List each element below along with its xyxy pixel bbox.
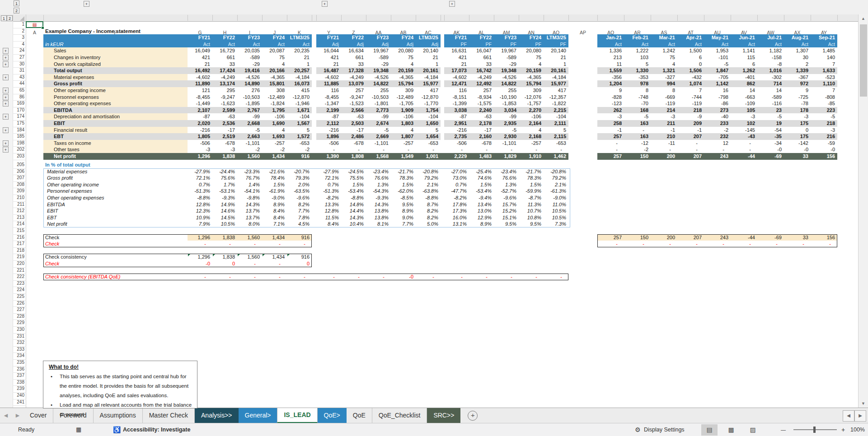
tab-scroll-right-icon[interactable]: ▶ — [854, 410, 866, 422]
grid-cell[interactable]: 11.3% — [519, 201, 544, 208]
zoom-slider-thumb[interactable] — [813, 427, 816, 433]
grid-cell[interactable]: - — [469, 274, 494, 280]
grid-cell[interactable]: -23.3% — [237, 168, 262, 175]
grid-cell[interactable]: 218 — [811, 120, 837, 127]
grid-cell[interactable]: 12,471 — [444, 80, 469, 87]
row-header-43[interactable]: 43 — [13, 74, 26, 81]
grid-cell[interactable]: -3 — [597, 113, 624, 120]
grid-cell[interactable]: -8,455 — [316, 94, 341, 101]
grid-cell[interactable]: 140 — [811, 54, 837, 61]
grid-cell[interactable]: 8.9% — [469, 221, 494, 227]
macro-record-icon[interactable]: ▦ — [76, 423, 81, 436]
fill-handle[interactable] — [41, 26, 44, 29]
grid-cell[interactable]: 12.8% — [188, 201, 212, 208]
grid-cell[interactable]: 10.4% — [341, 221, 366, 227]
row-outline-level-1-button[interactable]: 1 — [1, 15, 7, 21]
grid-cell[interactable]: -21.7% — [519, 168, 544, 175]
grid-cell[interactable]: 15,977 — [544, 80, 568, 87]
grid-cell[interactable]: -106 — [391, 113, 416, 120]
row-label[interactable]: Depreciation and amortisation — [54, 113, 188, 120]
grid-cell[interactable]: -106 — [519, 113, 544, 120]
new-sheet-button[interactable]: + — [468, 411, 478, 421]
row-header-240[interactable]: 240 — [13, 392, 26, 399]
grid-cell[interactable]: 16,634 — [341, 47, 366, 54]
grid-cell[interactable]: -21.7% — [391, 168, 416, 175]
grid-cell[interactable]: -506 — [316, 140, 341, 147]
grid-cell[interactable]: 14.5% — [212, 214, 237, 221]
grid-cell[interactable]: -4,526 — [494, 74, 519, 81]
row-header-214[interactable]: 214 — [13, 221, 26, 228]
grid-cell[interactable]: 661 — [341, 54, 366, 61]
grid-cell[interactable]: -29 — [237, 61, 262, 68]
grid-cell[interactable]: -2 — [624, 146, 651, 153]
grid-cell[interactable]: -1,523 — [341, 100, 366, 107]
grid-cell[interactable]: - — [416, 274, 441, 280]
outline-level-1-button[interactable]: 1 — [14, 0, 19, 6]
row-header-238[interactable]: 238 — [13, 379, 26, 386]
grid-cell[interactable]: 1,671 — [287, 107, 312, 114]
grid-cell[interactable]: 76.6% — [494, 175, 519, 181]
grid-cell[interactable]: 17.3% — [444, 208, 469, 214]
grid-cell[interactable]: 15.7% — [494, 201, 519, 208]
grid-cell[interactable]: 2.1% — [544, 181, 568, 188]
row-header-231[interactable]: 231 — [13, 333, 26, 340]
grid-cell[interactable]: - — [519, 274, 544, 280]
grid-cell[interactable]: 33 — [784, 153, 811, 160]
row-header-203[interactable]: 203 — [13, 153, 26, 160]
row-label[interactable]: Personnel expenses — [47, 188, 188, 195]
grid-cell[interactable]: -9.3% — [366, 195, 391, 201]
grid-cell[interactable]: 1,339 — [784, 67, 811, 74]
grid-cell[interactable]: - — [731, 241, 757, 247]
grid-cell[interactable]: - — [341, 146, 366, 153]
grid-cell[interactable]: 20,166 — [262, 67, 287, 74]
grid-cell[interactable]: 1.7% — [212, 181, 237, 188]
row-header-218[interactable]: 218 — [13, 247, 26, 255]
grid-cell[interactable]: 1,838 — [212, 153, 237, 160]
grid-cell[interactable]: -8,151 — [444, 94, 469, 101]
sheet-tab-qoe-checklist[interactable]: QoE_Checklist — [372, 408, 427, 423]
grid-cell[interactable]: 14.9% — [212, 201, 237, 208]
row-header-215[interactable]: 215 — [13, 227, 26, 235]
grid-cell[interactable]: 13.1% — [444, 221, 469, 227]
row-label[interactable]: EBT — [47, 214, 188, 221]
grid-cell[interactable]: - — [544, 274, 568, 280]
grid-cell[interactable]: - — [316, 146, 341, 153]
row-label[interactable]: Net profit — [54, 153, 188, 160]
grid-cell[interactable]: 421 — [316, 54, 341, 61]
grid-cell[interactable]: - — [212, 241, 237, 247]
grid-cell[interactable]: -5 — [704, 61, 731, 68]
grid-cell[interactable]: - — [237, 260, 262, 267]
grid-cell[interactable]: 218 — [677, 107, 704, 114]
row-header-220[interactable]: 220 — [13, 260, 26, 268]
grid-cell[interactable]: 78.4% — [262, 175, 287, 181]
grid-cell[interactable]: -9,247 — [341, 94, 366, 101]
grid-cell[interactable]: -86 — [704, 100, 731, 107]
grid-cell[interactable]: -1,449 — [188, 100, 212, 107]
grid-cell[interactable]: 2,486 — [341, 133, 366, 140]
grid-cell[interactable]: 209 — [677, 120, 704, 127]
grid-cell[interactable]: 15,794 — [519, 80, 544, 87]
vertical-scrollbar[interactable]: ▲ ▼ — [858, 14, 868, 408]
row-header-213[interactable]: 213 — [13, 214, 26, 222]
grid-cell[interactable]: 7.8% — [287, 214, 312, 221]
row-label[interactable]: EBIT — [54, 120, 188, 127]
row-header-31[interactable]: 31 — [13, 67, 26, 74]
grid-cell[interactable]: -1,347 — [316, 100, 341, 107]
grid-cell[interactable]: - — [597, 140, 624, 147]
grid-cell[interactable]: -589 — [757, 94, 784, 101]
grid-cell[interactable]: -1,101 — [494, 140, 519, 147]
grid-cell[interactable]: -798 — [704, 94, 731, 101]
grid-cell[interactable]: -0 — [784, 146, 811, 153]
row-header-208[interactable]: 208 — [13, 181, 26, 189]
grid-cell[interactable]: 2,668 — [237, 120, 262, 127]
grid-cell[interactable]: 8.1% — [366, 221, 391, 227]
grid-cell[interactable]: 13,079 — [341, 80, 366, 87]
grid-cell[interactable]: -145 — [731, 127, 757, 134]
grid-cell[interactable]: -29 — [494, 61, 519, 68]
grid-cell[interactable]: 994 — [651, 80, 677, 87]
grid-cell[interactable]: -9.6% — [494, 195, 519, 201]
grid-cell[interactable]: 2 — [784, 61, 811, 68]
grid-cell[interactable]: -9.3% — [212, 195, 237, 201]
grid-cell[interactable]: 1,568 — [366, 153, 391, 160]
grid-cell[interactable]: -51.3% — [316, 188, 341, 195]
